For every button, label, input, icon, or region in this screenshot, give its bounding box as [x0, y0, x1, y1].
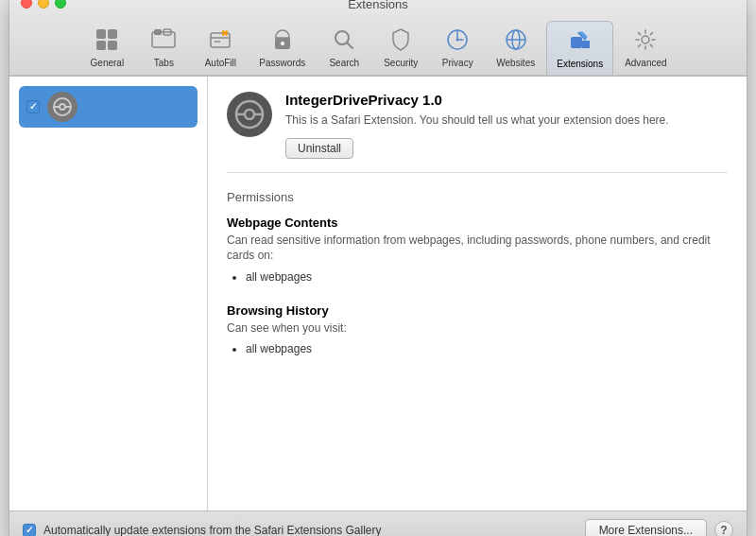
svg-point-20 [642, 36, 649, 43]
tab-websites[interactable]: Websites [487, 21, 544, 75]
sidebar [9, 77, 208, 510]
security-icon [386, 25, 416, 55]
permissions-section: Permissions Webpage Contents Can read se… [227, 186, 728, 361]
svg-point-22 [60, 104, 65, 110]
titlebar: Extensions General [9, 0, 747, 76]
traffic-lights [21, 0, 66, 9]
perm-group-desc-0: Can read sensitive information from webp… [227, 233, 728, 265]
perm-item: all webpages [246, 339, 728, 360]
svg-rect-2 [96, 41, 106, 50]
content-area: IntegerDrivePrivacy 1.0 This is a Safari… [9, 76, 747, 510]
main-panel: IntegerDrivePrivacy 1.0 This is a Safari… [208, 77, 747, 510]
websites-icon [501, 25, 531, 55]
general-label: General [91, 58, 125, 68]
more-extensions-button[interactable]: More Extensions... [585, 519, 707, 537]
search-icon [329, 25, 359, 55]
autofill-icon [205, 25, 235, 55]
permission-group-1: Browsing History Can see when you visit:… [227, 303, 728, 360]
svg-rect-19 [571, 37, 582, 48]
perm-list-1: all webpages [227, 339, 728, 360]
tabs-label: Tabs [154, 58, 174, 68]
svg-rect-3 [108, 41, 117, 50]
footer: Automatically update extensions from the… [9, 510, 747, 537]
tab-tabs[interactable]: Tabs [136, 21, 191, 75]
privacy-label: Privacy [442, 58, 473, 68]
permissions-heading: Permissions [227, 190, 728, 204]
auto-update-label: Automatically update extensions from the… [43, 524, 382, 537]
tab-extensions[interactable]: Extensions [546, 21, 613, 75]
svg-rect-0 [96, 29, 106, 39]
preferences-window: Extensions General [9, 0, 747, 536]
extension-sidebar-icon [47, 92, 77, 122]
window-title: Extensions [21, 0, 735, 11]
extensions-label: Extensions [557, 59, 603, 69]
tabs-icon [148, 25, 179, 55]
passwords-icon [267, 25, 298, 55]
svg-point-11 [281, 42, 284, 45]
close-button[interactable] [21, 0, 32, 9]
perm-group-title-1: Browsing History [227, 303, 728, 318]
extensions-icon [565, 26, 595, 56]
security-label: Security [384, 58, 418, 68]
tab-autofill[interactable]: AutoFill [193, 21, 248, 75]
perm-group-desc-1: Can see when you visit: [227, 320, 728, 337]
tab-passwords[interactable]: Passwords [249, 21, 315, 75]
auto-update-checkbox[interactable] [23, 524, 36, 537]
footer-left: Automatically update extensions from the… [23, 524, 382, 537]
maximize-button[interactable] [55, 0, 66, 9]
tab-search[interactable]: Search [317, 21, 371, 75]
extension-logo [227, 92, 272, 137]
extension-enabled-checkbox[interactable] [26, 100, 40, 113]
permission-group-0: Webpage Contents Can read sensitive info… [227, 216, 728, 288]
passwords-label: Passwords [259, 58, 305, 68]
svg-point-15 [456, 38, 459, 41]
help-button[interactable]: ? [714, 521, 733, 537]
tab-general[interactable]: General [79, 21, 134, 75]
uninstall-button[interactable]: Uninstall [285, 138, 353, 159]
search-label: Search [329, 58, 359, 68]
perm-group-title-0: Webpage Contents [227, 216, 728, 230]
svg-line-13 [347, 43, 352, 48]
svg-point-26 [245, 110, 254, 119]
privacy-icon [442, 25, 472, 55]
websites-label: Websites [496, 58, 535, 68]
general-icon [92, 25, 122, 55]
perm-list-0: all webpages [227, 268, 728, 288]
svg-rect-5 [154, 29, 162, 35]
tab-advanced[interactable]: Advanced [615, 21, 676, 75]
extension-header: IntegerDrivePrivacy 1.0 This is a Safari… [227, 92, 728, 173]
tab-security[interactable]: Security [373, 21, 428, 75]
footer-right: More Extensions... ? [585, 519, 733, 537]
extension-name: IntegerDrivePrivacy 1.0 [285, 92, 728, 108]
tab-privacy[interactable]: Privacy [430, 21, 485, 75]
extension-info: IntegerDrivePrivacy 1.0 This is a Safari… [285, 92, 728, 159]
extension-description: This is a Safari Extension. You should t… [285, 112, 728, 129]
advanced-label: Advanced [625, 58, 666, 68]
minimize-button[interactable] [38, 0, 49, 9]
advanced-icon [630, 25, 661, 55]
autofill-label: AutoFill [205, 58, 236, 68]
sidebar-extension-item[interactable] [19, 86, 198, 128]
toolbar: General Tabs [21, 17, 735, 75]
svg-rect-1 [108, 29, 117, 39]
perm-item: all webpages [246, 268, 728, 288]
